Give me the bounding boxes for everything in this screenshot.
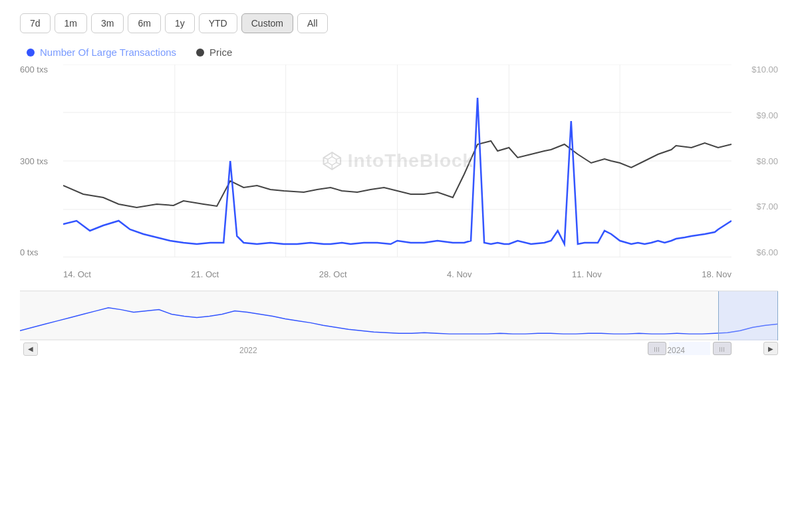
time-btn-custom[interactable]: Custom <box>241 13 293 33</box>
main-container: 7d 1m 3m 6m 1y YTD Custom All Number Of … <box>0 0 798 532</box>
mini-x-label-2024: 2024 <box>667 346 685 355</box>
time-btn-all[interactable]: All <box>297 13 328 33</box>
legend-item-price: Price <box>196 47 232 58</box>
y-right-label-0: $10.00 <box>751 65 778 74</box>
main-chart-area: 600 txs 300 txs 0 txs $10.00 $9.00 $8.00… <box>20 65 778 284</box>
legend-label-transactions: Number Of Large Transactions <box>40 47 176 58</box>
mini-x-label-2022: 2022 <box>239 346 257 355</box>
time-btn-6m[interactable]: 6m <box>128 13 160 33</box>
legend-dot-dark <box>196 49 204 57</box>
legend-dot-blue <box>27 49 35 57</box>
nav-arrows: ◀ ||| ||| ▶ 2022 2024 <box>20 340 778 357</box>
mini-svg <box>20 291 778 340</box>
mini-chart-svg-container <box>20 291 778 340</box>
time-btn-7d[interactable]: 7d <box>20 13 51 33</box>
navigator-selection[interactable] <box>718 291 778 340</box>
y-left-label-1: 300 txs <box>20 156 60 166</box>
y-right-label-3: $7.00 <box>756 201 778 211</box>
nav-right-arrow[interactable]: ▶ <box>763 342 778 355</box>
main-chart-svg <box>63 65 732 257</box>
y-axis-right: $10.00 $9.00 $8.00 $7.00 $6.00 <box>735 65 778 257</box>
x-label-0: 14. Oct <box>63 269 91 279</box>
nav-left-arrow[interactable]: ◀ <box>23 342 38 356</box>
y-left-label-0: 600 txs <box>20 65 60 74</box>
nav-drag-handle-left[interactable]: ||| <box>648 342 666 355</box>
x-label-3: 4. Nov <box>447 269 472 279</box>
y-left-label-2: 0 txs <box>20 247 60 257</box>
time-controls: 7d 1m 3m 6m 1y YTD Custom All <box>20 13 778 33</box>
time-btn-1m[interactable]: 1m <box>55 13 87 33</box>
legend-label-price: Price <box>209 47 232 58</box>
chart-wrapper: 600 txs 300 txs 0 txs $10.00 $9.00 $8.00… <box>20 65 778 357</box>
x-axis: 14. Oct 21. Oct 28. Oct 4. Nov 11. Nov 1… <box>63 264 732 284</box>
x-label-1: 21. Oct <box>191 269 219 279</box>
chart-svg-container: IntoTheBlock <box>63 65 732 257</box>
time-btn-3m[interactable]: 3m <box>91 13 124 33</box>
mini-chart-area: ◀ ||| ||| ▶ 2022 2024 <box>20 291 778 357</box>
x-label-4: 11. Nov <box>572 269 602 279</box>
chart-legend: Number Of Large Transactions Price <box>20 47 778 58</box>
time-btn-ytd[interactable]: YTD <box>199 13 237 33</box>
y-axis-left: 600 txs 300 txs 0 txs <box>20 65 60 257</box>
x-label-5: 18. Nov <box>702 269 732 279</box>
time-btn-1y[interactable]: 1y <box>165 13 195 33</box>
legend-item-transactions: Number Of Large Transactions <box>27 47 176 58</box>
y-right-label-1: $9.00 <box>756 110 778 120</box>
y-right-label-4: $6.00 <box>756 247 778 257</box>
y-right-label-2: $8.00 <box>756 156 778 166</box>
x-label-2: 28. Oct <box>319 269 347 279</box>
nav-drag-handle-right[interactable]: ||| <box>713 342 732 355</box>
